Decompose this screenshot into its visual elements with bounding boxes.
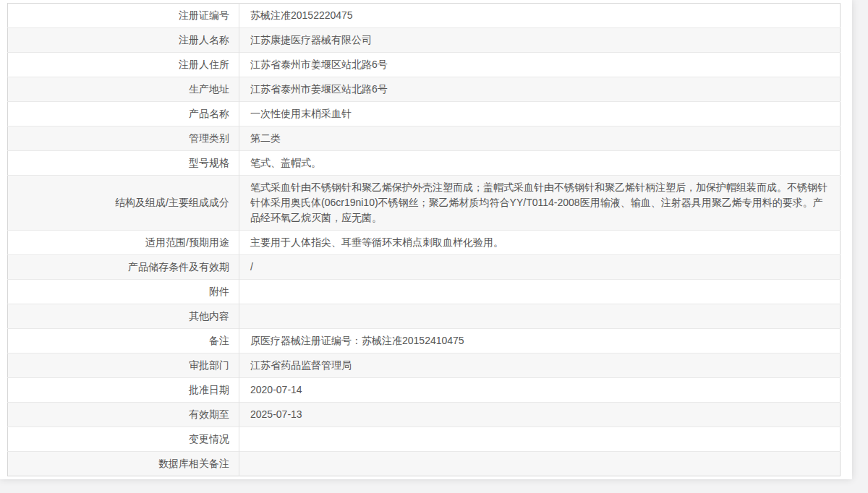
- table-row: 其他内容: [8, 304, 841, 329]
- row-value: 一次性使用末梢采血针: [239, 102, 841, 127]
- row-value: 原医疗器械注册证编号：苏械注准20152410475: [239, 329, 841, 353]
- row-value: 笔式采血针由不锈钢针和聚乙烯保护外壳注塑而成；盖帽式采血针由不锈钢针和聚乙烯针柄…: [239, 176, 841, 231]
- table-row: 备注 原医疗器械注册证编号：苏械注准20152410475: [8, 329, 841, 353]
- row-value: 2020-07-14: [239, 378, 841, 403]
- row-label: 产品名称: [8, 102, 239, 127]
- row-label: 型号规格: [8, 151, 239, 176]
- row-value: [239, 427, 841, 452]
- row-label: 变更情况: [8, 427, 239, 452]
- table-row: 有效期至 2025-07-13: [8, 403, 841, 427]
- table-row: 注册人住所 江苏省泰州市姜堰区站北路6号: [8, 53, 841, 77]
- row-value: 江苏省药品监督管理局: [239, 353, 841, 378]
- row-label: 有效期至: [8, 403, 239, 427]
- row-value: [239, 452, 841, 476]
- table-row: 注册证编号 苏械注准20152220475: [8, 4, 841, 28]
- row-value: 江苏省泰州市姜堰区站北路6号: [239, 53, 841, 77]
- table-row: 产品名称 一次性使用末梢采血针: [8, 102, 841, 127]
- registration-detail-table: 注册证编号 苏械注准20152220475 注册人名称 江苏康捷医疗器械有限公司…: [7, 3, 841, 476]
- row-label: 适用范围/预期用途: [8, 231, 239, 255]
- row-value: 主要用于人体指尖、耳垂等循环末梢点刺取血样化验用。: [239, 231, 841, 255]
- registration-detail-table-body: 注册证编号 苏械注准20152220475 注册人名称 江苏康捷医疗器械有限公司…: [8, 4, 841, 476]
- table-row: 产品储存条件及有效期 /: [8, 255, 841, 280]
- row-value: 苏械注准20152220475: [239, 4, 841, 28]
- table-row: 注册人名称 江苏康捷医疗器械有限公司: [8, 28, 841, 53]
- row-value: 2025-07-13: [239, 403, 841, 427]
- row-label: 注册人住所: [8, 53, 239, 77]
- table-row: 适用范围/预期用途 主要用于人体指尖、耳垂等循环末梢点刺取血样化验用。: [8, 231, 841, 255]
- row-value: [239, 280, 841, 304]
- row-value: /: [239, 255, 841, 280]
- row-value: 第二类: [239, 127, 841, 151]
- table-row: 数据库相关备注: [8, 452, 841, 476]
- table-row: 批准日期 2020-07-14: [8, 378, 841, 403]
- row-label: 结构及组成/主要组成成分: [8, 176, 239, 231]
- row-label: 数据库相关备注: [8, 452, 239, 476]
- row-label: 产品储存条件及有效期: [8, 255, 239, 280]
- row-label: 管理类别: [8, 127, 239, 151]
- row-label: 生产地址: [8, 77, 239, 102]
- row-value: 江苏康捷医疗器械有限公司: [239, 28, 841, 53]
- row-label: 附件: [8, 280, 239, 304]
- row-value: 江苏省泰州市姜堰区站北路6号: [239, 77, 841, 102]
- table-row: 变更情况: [8, 427, 841, 452]
- row-label: 备注: [8, 329, 239, 353]
- row-label: 批准日期: [8, 378, 239, 403]
- table-row: 结构及组成/主要组成成分 笔式采血针由不锈钢针和聚乙烯保护外壳注塑而成；盖帽式采…: [8, 176, 841, 231]
- row-label: 其他内容: [8, 304, 239, 329]
- table-row: 审批部门 江苏省药品监督管理局: [8, 353, 841, 378]
- table-row: 管理类别 第二类: [8, 127, 841, 151]
- table-row: 型号规格 笔式、盖帽式。: [8, 151, 841, 176]
- row-value: [239, 304, 841, 329]
- row-label: 审批部门: [8, 353, 239, 378]
- row-value: 笔式、盖帽式。: [239, 151, 841, 176]
- table-row: 生产地址 江苏省泰州市姜堰区站北路6号: [8, 77, 841, 102]
- table-row: 附件: [8, 280, 841, 304]
- registration-detail-card: 注册证编号 苏械注准20152220475 注册人名称 江苏康捷医疗器械有限公司…: [0, 0, 852, 479]
- row-label: 注册证编号: [8, 4, 239, 28]
- row-label: 注册人名称: [8, 28, 239, 53]
